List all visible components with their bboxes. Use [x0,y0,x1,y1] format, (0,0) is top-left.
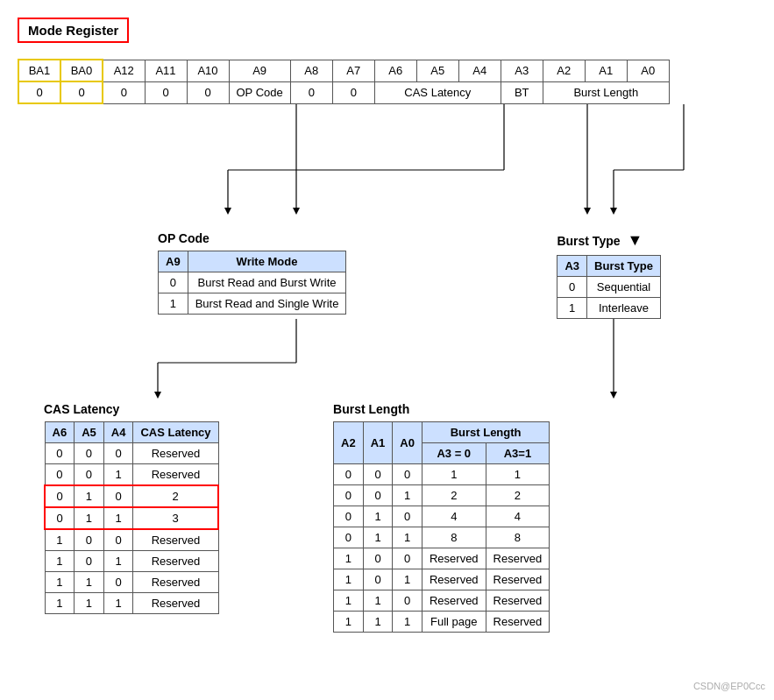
bl-row: 01188 [334,527,550,548]
cas-a4-0: 0 [103,443,133,464]
bl-row: 111Full pageReserved [334,612,550,633]
bl-a3-1-val-0: 1 [486,464,550,485]
bl-a0-4: 0 [393,548,423,569]
bl-a3-0-val-7: Full page [422,612,486,633]
bl-a3-0-val-0: 1 [422,464,486,485]
cas-val-7: Reserved [133,593,218,614]
cas-val-1: Reserved [133,464,218,486]
cas-row: 0113 [45,507,218,529]
cas-row: 000Reserved [45,443,218,464]
cas-a4-4: 0 [103,529,133,551]
cas-a5-1: 0 [75,464,104,486]
cas-a5-2: 1 [75,485,104,507]
bl-a3-0-val-3: 8 [422,527,486,548]
a2-header: A2 [543,60,585,81]
bl-a3-1-val-4: Reserved [486,548,550,569]
a11-header: A11 [145,60,187,81]
burst-length-val: Burst Length [543,81,669,103]
opcode-col1-header: A9 [159,251,188,272]
opcode-row: 1Burst Read and Single Write [159,293,346,315]
a11-val: 0 [145,81,187,103]
mode-register-title: Mode Register [18,18,129,43]
svg-marker-11 [610,208,617,215]
bl-a0-0: 0 [393,464,423,485]
connectors-top [18,104,771,240]
cas-val-2: 2 [133,485,218,507]
connector-svg-mid [18,319,771,407]
svg-marker-15 [154,392,161,399]
cas-a5-4: 0 [75,529,104,551]
burst-type-col1-header: A3 [557,256,587,277]
bl-row: 00122 [334,485,550,506]
bl-a1-4: 0 [363,548,393,569]
a10-header: A10 [187,60,229,81]
cas-val-6: Reserved [133,572,218,593]
cas-val-3: 3 [133,507,218,529]
cas-val-0: Reserved [133,443,218,464]
bl-a2-0: 0 [334,464,364,485]
bl-a0-7: 1 [393,612,423,633]
bl-a2-1: 0 [334,485,364,506]
cas-row: 001Reserved [45,464,218,486]
a0-header: A0 [627,60,669,81]
mode-register-table: BA1 BA0 A12 A11 A10 A9 A8 A7 A6 A5 A4 A3… [18,59,670,104]
cas-a6-2: 0 [45,485,75,507]
cas-a6-3: 0 [45,507,75,529]
bl-a3-0-val-4: Reserved [422,548,486,569]
bl-a3-1-val-6: Reserved [486,590,550,612]
svg-marker-5 [224,208,231,215]
bl-a1-7: 1 [363,612,393,633]
opcode-section: OP Code A9 Write Mode 0Burst Read and Bu… [158,231,346,315]
bt-val: BT [501,81,543,103]
mid-section: OP Code A9 Write Mode 0Burst Read and Bu… [18,231,756,319]
bl-a1-1: 0 [363,485,393,506]
a10-val: 0 [187,81,229,103]
value-row: 0 0 0 0 0 OP Code 0 0 CAS Latency BT Bur… [18,81,669,103]
cas-a6-4: 1 [45,529,75,551]
opcode-table: A9 Write Mode 0Burst Read and Burst Writ… [158,251,346,315]
cas-a4-7: 1 [103,593,133,614]
cas-a6-7: 1 [45,593,75,614]
ba0-header: BA0 [60,60,103,81]
burst-length-table: A2 A1 A0 Burst Length A3 = 0 A3=1 000110… [333,421,550,633]
bl-a3-1-header: A3=1 [486,443,550,464]
bl-a3-0-val-5: Reserved [422,569,486,590]
header-row: BA1 BA0 A12 A11 A10 A9 A8 A7 A6 A5 A4 A3… [18,60,669,81]
bl-a1-3: 1 [363,527,393,548]
bl-a1-0: 0 [363,464,393,485]
a8-header: A8 [290,60,332,81]
a4-header: A4 [458,60,501,81]
opcode-header-row: A9 Write Mode [159,251,346,272]
cas-val-4: Reserved [133,529,218,551]
bl-row: 101ReservedReserved [334,569,550,590]
opcode-a9-0: 0 [159,272,188,293]
a7-header: A7 [332,60,374,81]
bl-a1-5: 0 [363,569,393,590]
cas-val-5: Reserved [133,551,218,572]
bl-a3-0-val-2: 4 [422,506,486,527]
a3-header: A3 [501,60,543,81]
bt-a3-1: 1 [557,298,587,319]
cas-a4-3: 1 [103,507,133,529]
cas-latency-val: CAS Latency [374,81,501,103]
bl-a2-5: 1 [334,569,364,590]
bl-row: 00011 [334,464,550,485]
cas-row: 111Reserved [45,593,218,614]
cas-a4-6: 0 [103,572,133,593]
bl-a2-4: 1 [334,548,364,569]
cas-row: 101Reserved [45,551,218,572]
cas-a5-5: 0 [75,551,104,572]
cas-value-header: CAS Latency [133,422,218,443]
bt-a3-0: 0 [557,277,587,298]
burst-type-col2-header: Burst Type [587,256,661,277]
cas-a6-5: 1 [45,551,75,572]
bl-a0-1: 1 [393,485,423,506]
bl-a2-header: A2 [334,422,364,464]
bl-a3-1-val-2: 4 [486,506,550,527]
bl-a3-1-val-7: Reserved [486,612,550,633]
cas-a6-0: 0 [45,443,75,464]
cas-row: 0102 [45,485,218,507]
opcode-row: 0Burst Read and Burst Write [159,272,346,293]
bl-a3-1-val-5: Reserved [486,569,550,590]
cas-a4-header: A4 [103,422,133,443]
